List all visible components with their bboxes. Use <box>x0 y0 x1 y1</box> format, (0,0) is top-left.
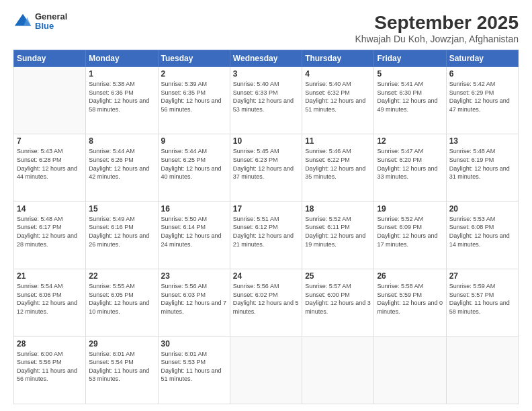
day-info: Sunrise: 5:40 AM Sunset: 6:32 PM Dayligh… <box>305 80 371 113</box>
day-info: Sunrise: 5:55 AM Sunset: 6:05 PM Dayligh… <box>89 282 154 316</box>
day-number: 28 <box>17 339 83 349</box>
day-info: Sunrise: 5:44 AM Sunset: 6:26 PM Dayligh… <box>89 147 154 181</box>
day-number: 19 <box>377 204 443 214</box>
calendar-cell: 21Sunrise: 5:54 AM Sunset: 6:06 PM Dayli… <box>14 269 86 336</box>
calendar-cell: 13Sunrise: 5:48 AM Sunset: 6:19 PM Dayli… <box>446 134 518 201</box>
calendar-week-row-5: 28Sunrise: 6:00 AM Sunset: 5:56 PM Dayli… <box>14 336 519 404</box>
calendar-cell: 29Sunrise: 6:01 AM Sunset: 5:54 PM Dayli… <box>86 336 158 404</box>
day-info: Sunrise: 5:54 AM Sunset: 6:06 PM Dayligh… <box>17 282 83 316</box>
calendar-cell: 7Sunrise: 5:43 AM Sunset: 6:28 PM Daylig… <box>14 134 86 201</box>
logo-text: General Blue <box>35 12 67 32</box>
day-info: Sunrise: 5:42 AM Sunset: 6:29 PM Dayligh… <box>449 80 515 113</box>
weekday-header-monday: Monday <box>86 50 158 67</box>
day-number: 26 <box>377 271 443 281</box>
day-info: Sunrise: 6:00 AM Sunset: 5:56 PM Dayligh… <box>17 350 83 383</box>
page: General Blue September 2025 Khwajah Du K… <box>0 0 532 411</box>
day-info: Sunrise: 5:48 AM Sunset: 6:17 PM Dayligh… <box>17 215 83 248</box>
day-info: Sunrise: 5:48 AM Sunset: 6:19 PM Dayligh… <box>449 147 515 181</box>
weekday-header-thursday: Thursday <box>302 50 374 67</box>
day-number: 21 <box>17 271 83 281</box>
calendar-cell: 28Sunrise: 6:00 AM Sunset: 5:56 PM Dayli… <box>14 336 86 404</box>
weekday-header-friday: Friday <box>374 50 446 67</box>
calendar-cell: 11Sunrise: 5:46 AM Sunset: 6:22 PM Dayli… <box>302 134 374 201</box>
day-info: Sunrise: 5:52 AM Sunset: 6:11 PM Dayligh… <box>305 215 371 248</box>
calendar-table: SundayMondayTuesdayWednesdayThursdayFrid… <box>13 50 519 404</box>
calendar-cell: 14Sunrise: 5:48 AM Sunset: 6:17 PM Dayli… <box>14 201 86 269</box>
day-info: Sunrise: 5:52 AM Sunset: 6:09 PM Dayligh… <box>377 215 443 248</box>
logo: General Blue <box>13 12 67 32</box>
day-number: 14 <box>17 204 83 214</box>
calendar-week-row-3: 14Sunrise: 5:48 AM Sunset: 6:17 PM Dayli… <box>14 201 519 269</box>
calendar-cell <box>446 336 518 404</box>
day-number: 8 <box>89 136 154 146</box>
calendar-week-row-2: 7Sunrise: 5:43 AM Sunset: 6:28 PM Daylig… <box>14 134 519 201</box>
calendar-cell: 5Sunrise: 5:41 AM Sunset: 6:30 PM Daylig… <box>374 67 446 134</box>
day-number: 11 <box>305 136 371 146</box>
day-number: 6 <box>449 69 515 79</box>
calendar-week-row-4: 21Sunrise: 5:54 AM Sunset: 6:06 PM Dayli… <box>14 269 519 336</box>
logo-general-text: General <box>35 12 67 21</box>
calendar-cell <box>230 336 302 404</box>
weekday-header-sunday: Sunday <box>14 50 86 67</box>
day-number: 20 <box>449 204 515 214</box>
calendar-title: September 2025 <box>355 12 519 34</box>
day-info: Sunrise: 5:56 AM Sunset: 6:02 PM Dayligh… <box>233 282 299 316</box>
calendar-cell <box>374 336 446 404</box>
weekday-header-row: SundayMondayTuesdayWednesdayThursdayFrid… <box>14 50 519 67</box>
day-number: 3 <box>233 69 299 79</box>
day-number: 1 <box>89 69 154 79</box>
header: General Blue September 2025 Khwajah Du K… <box>13 12 519 44</box>
logo-blue-text: Blue <box>35 21 67 31</box>
calendar-cell: 4Sunrise: 5:40 AM Sunset: 6:32 PM Daylig… <box>302 67 374 134</box>
calendar-cell: 24Sunrise: 5:56 AM Sunset: 6:02 PM Dayli… <box>230 269 302 336</box>
day-number: 23 <box>161 271 227 281</box>
day-info: Sunrise: 5:40 AM Sunset: 6:33 PM Dayligh… <box>233 80 299 113</box>
day-info: Sunrise: 5:47 AM Sunset: 6:20 PM Dayligh… <box>377 147 443 181</box>
day-info: Sunrise: 5:51 AM Sunset: 6:12 PM Dayligh… <box>233 215 299 248</box>
calendar-cell: 17Sunrise: 5:51 AM Sunset: 6:12 PM Dayli… <box>230 201 302 269</box>
calendar-cell: 16Sunrise: 5:50 AM Sunset: 6:14 PM Dayli… <box>158 201 230 269</box>
day-info: Sunrise: 5:49 AM Sunset: 6:16 PM Dayligh… <box>89 215 154 248</box>
day-info: Sunrise: 5:45 AM Sunset: 6:23 PM Dayligh… <box>233 147 299 181</box>
calendar-cell: 25Sunrise: 5:57 AM Sunset: 6:00 PM Dayli… <box>302 269 374 336</box>
title-block: September 2025 Khwajah Du Koh, Jowzjan, … <box>355 12 519 44</box>
calendar-cell: 30Sunrise: 6:01 AM Sunset: 5:53 PM Dayli… <box>158 336 230 404</box>
day-number: 17 <box>233 204 299 214</box>
calendar-cell <box>302 336 374 404</box>
calendar-cell <box>14 67 86 134</box>
day-info: Sunrise: 5:43 AM Sunset: 6:28 PM Dayligh… <box>17 147 83 181</box>
day-info: Sunrise: 5:46 AM Sunset: 6:22 PM Dayligh… <box>305 147 371 181</box>
day-number: 30 <box>161 339 227 349</box>
day-info: Sunrise: 6:01 AM Sunset: 5:53 PM Dayligh… <box>161 350 227 383</box>
calendar-cell: 15Sunrise: 5:49 AM Sunset: 6:16 PM Dayli… <box>86 201 158 269</box>
weekday-header-saturday: Saturday <box>446 50 518 67</box>
calendar-cell: 19Sunrise: 5:52 AM Sunset: 6:09 PM Dayli… <box>374 201 446 269</box>
calendar-cell: 26Sunrise: 5:58 AM Sunset: 5:59 PM Dayli… <box>374 269 446 336</box>
day-info: Sunrise: 5:44 AM Sunset: 6:25 PM Dayligh… <box>161 147 227 181</box>
calendar-cell: 9Sunrise: 5:44 AM Sunset: 6:25 PM Daylig… <box>158 134 230 201</box>
day-number: 13 <box>449 136 515 146</box>
calendar-cell: 1Sunrise: 5:38 AM Sunset: 6:36 PM Daylig… <box>86 67 158 134</box>
logo-icon <box>13 12 32 31</box>
day-info: Sunrise: 5:39 AM Sunset: 6:35 PM Dayligh… <box>161 80 227 113</box>
calendar-cell: 10Sunrise: 5:45 AM Sunset: 6:23 PM Dayli… <box>230 134 302 201</box>
calendar-week-row-1: 1Sunrise: 5:38 AM Sunset: 6:36 PM Daylig… <box>14 67 519 134</box>
calendar-cell: 18Sunrise: 5:52 AM Sunset: 6:11 PM Dayli… <box>302 201 374 269</box>
day-number: 18 <box>305 204 371 214</box>
day-number: 9 <box>161 136 227 146</box>
day-info: Sunrise: 5:59 AM Sunset: 5:57 PM Dayligh… <box>449 282 515 316</box>
day-info: Sunrise: 5:56 AM Sunset: 6:03 PM Dayligh… <box>161 282 227 316</box>
day-info: Sunrise: 5:38 AM Sunset: 6:36 PM Dayligh… <box>89 80 154 113</box>
day-number: 2 <box>161 69 227 79</box>
weekday-header-wednesday: Wednesday <box>230 50 302 67</box>
calendar-cell: 8Sunrise: 5:44 AM Sunset: 6:26 PM Daylig… <box>86 134 158 201</box>
day-number: 29 <box>89 339 154 349</box>
weekday-header-tuesday: Tuesday <box>158 50 230 67</box>
day-number: 22 <box>89 271 154 281</box>
day-number: 10 <box>233 136 299 146</box>
calendar-cell: 12Sunrise: 5:47 AM Sunset: 6:20 PM Dayli… <box>374 134 446 201</box>
calendar-cell: 6Sunrise: 5:42 AM Sunset: 6:29 PM Daylig… <box>446 67 518 134</box>
calendar-subtitle: Khwajah Du Koh, Jowzjan, Afghanistan <box>355 34 519 44</box>
calendar-cell: 23Sunrise: 5:56 AM Sunset: 6:03 PM Dayli… <box>158 269 230 336</box>
day-number: 12 <box>377 136 443 146</box>
